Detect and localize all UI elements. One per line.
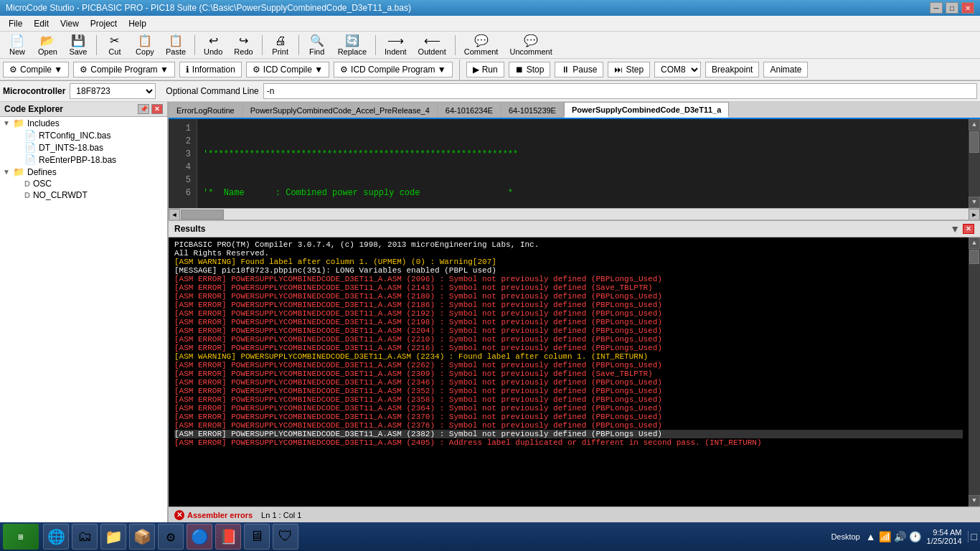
results-content[interactable]: PICBASIC PRO(TM) Compiler 3.0.7.4, (c) 1… [169,237,969,507]
undo-button[interactable]: ↩ Undo [199,33,227,57]
replace-icon: 🔄 [345,34,359,47]
tab-64-1016234e[interactable]: 64-1016234E [438,102,501,118]
icd-compile-label: ICD Compile ▼ [263,65,323,75]
sidebar-pin-btn[interactable]: 📌 [138,104,149,114]
taskbar: ⊞ 🌐 🗂 📁 📦 ⚙ 🔵 📕 🖥 🛡 Desktop ▲ 📶 🔊 🕐 9:54… [0,522,980,551]
menu-edit[interactable]: Edit [28,17,55,30]
taskbar-network-icon[interactable]: 📶 [879,531,891,542]
minimize-btn[interactable]: ─ [930,2,943,14]
breakpoint-button[interactable]: Breakpoint [705,62,759,77]
menu-project[interactable]: Project [85,17,123,30]
results-scroll-down[interactable]: ▼ [969,495,980,507]
sidebar-tree: ▼ 📁 Includes 📄 RTConfig_INC.bas 📄 DT_INT… [0,117,167,522]
replace-button[interactable]: 🔄 Replace [333,33,372,57]
result-line-7: [ASM ERROR] POWERSUPPLYCOMBINEDCODE_D3ET… [174,292,963,301]
sep2 [194,35,195,55]
editor-scroll-left[interactable]: ◀ [169,209,180,220]
redo-button[interactable]: ↪ Redo [229,33,258,57]
results-controls: ▼ ✕ [950,223,974,235]
uncomment-button[interactable]: 💬 Uncomment [504,33,557,57]
taskbar-ie-icon[interactable]: 🌐 [43,524,69,550]
taskbar-settings-icon[interactable]: ⚙ [158,524,184,550]
info-icon: ℹ [186,65,189,75]
indent-button[interactable]: ⟶ Indent [380,33,412,57]
find-button[interactable]: 🔍 Find [303,33,331,57]
taskbar-arrow-icon[interactable]: ▲ [866,531,876,542]
stop-button[interactable]: ⏹ Stop [509,62,551,77]
taskbar-mypc-icon[interactable]: 🖥 [244,524,270,550]
taskbar-dropbox-icon[interactable]: 📦 [129,524,155,550]
icd-compile-prog-button[interactable]: ⚙ ICD Compile Program ▼ [334,62,453,77]
results-header: Results ▼ ✕ [169,221,980,237]
taskbar-pdf-icon[interactable]: 📕 [215,524,241,550]
tree-noclrwdt[interactable]: D NO_CLRWDT [0,189,167,201]
sidebar-title: Code Explorer [4,104,63,114]
tree-reenter[interactable]: 📄 ReEnterPBP-18.bas [0,154,167,166]
copy-button[interactable]: 📋 Copy [131,33,159,57]
close-btn[interactable]: ✕ [961,2,974,14]
results-scroll-up[interactable]: ▲ [969,237,980,249]
optional-input[interactable] [263,83,977,99]
taskbar-malwarebytes-icon[interactable]: 🛡 [273,524,298,550]
menu-bar: File Edit View Project Help [0,16,980,32]
result-line-3: [ASM WARNING] Found label after column 1… [174,258,963,266]
compile-program-button[interactable]: ⚙ Compile Program ▼ [73,62,175,77]
taskbar-show-desktop[interactable]: □ [968,531,977,542]
desktop-label: Desktop [831,532,859,541]
start-button[interactable]: ⊞ [3,524,39,550]
tree-rtconfig[interactable]: 📄 RTConfig_INC.bas [0,129,167,141]
tab-errorlog[interactable]: ErrorLogRoutine [169,102,242,118]
sidebar-close-btn[interactable]: ✕ [151,104,163,114]
tree-includes-folder[interactable]: ▼ 📁 Includes [0,117,167,129]
pause-button[interactable]: ⏸ Pause [555,62,603,77]
taskbar-explorer-icon[interactable]: 🗂 [72,524,98,550]
new-button[interactable]: 📄 New [3,33,32,57]
taskbar-folder-icon[interactable]: 📁 [100,524,126,550]
editor-scroll-up[interactable]: ▲ [969,119,980,131]
tree-dtints[interactable]: 📄 DT_INTS-18.bas [0,141,167,154]
microcontroller-select[interactable]: 18F8723 [70,83,156,99]
save-icon: 💾 [71,34,85,47]
results-close-btn[interactable]: ✕ [963,224,974,234]
icd-compile-button[interactable]: ⚙ ICD Compile ▼ [246,62,329,77]
sep4 [298,35,299,55]
results-collapse[interactable]: ▼ [950,223,960,235]
taskbar-volume-icon[interactable]: 🔊 [894,531,906,542]
editor-hscroll-thumb[interactable] [181,209,224,220]
com-select[interactable]: COM8 [654,62,701,77]
information-button[interactable]: ℹ Information [179,62,242,77]
outdent-button[interactable]: ⟵ Outdent [413,33,451,57]
print-button[interactable]: 🖨 Print [266,33,295,57]
paste-button[interactable]: 📋 Paste [161,33,191,57]
cut-button[interactable]: ✂ Cut [100,33,129,57]
menu-view[interactable]: View [55,17,85,30]
tab-powersupply-accel[interactable]: PowerSupplyCombinedCode_Accel_PreRelease… [242,102,438,118]
editor-hscroll-track[interactable] [180,209,969,220]
step-button[interactable]: ⏭ Step [608,62,650,77]
tree-defines-folder[interactable]: ▼ 📁 Defines [0,166,167,178]
def-noclrwdt-icon: D [24,191,30,199]
code-editor[interactable]: 1 2 3 4 5 6 '***************************… [169,119,969,208]
tab-powersupply-d3et11[interactable]: PowerSupplyCombinedCode_D3eT11_a [564,102,729,118]
run-button[interactable]: ▶ Run [466,62,504,77]
editor-scroll-down[interactable]: ▼ [969,197,980,208]
taskbar-opera-icon[interactable]: 🔵 [187,524,212,550]
comment-button[interactable]: 💬 Comment [459,33,504,57]
open-button[interactable]: 📂 Open [33,33,62,57]
save-button[interactable]: 💾 Save [64,33,93,57]
result-line-5: [ASM ERROR] POWERSUPPLYCOMBINEDCODE_D3ET… [174,275,963,283]
menu-help[interactable]: Help [123,17,152,30]
animate-button[interactable]: Animate [763,62,808,77]
compile-button[interactable]: ⚙ Compile ▼ [3,62,69,77]
uncomment-icon: 💬 [524,34,538,47]
folder-includes-icon: 📁 [13,118,24,128]
tree-osc[interactable]: D OSC [0,178,167,189]
menu-file[interactable]: File [3,17,28,30]
defines-label: Defines [27,167,57,177]
editor-scroll-thumb[interactable] [969,131,979,153]
maximize-btn[interactable]: □ [946,2,958,14]
editor-scroll-right[interactable]: ▶ [969,209,980,220]
tab-64-1015239e[interactable]: 64-1015239E [501,102,564,118]
results-scroll-thumb[interactable] [969,250,979,264]
sep6 [455,35,456,55]
